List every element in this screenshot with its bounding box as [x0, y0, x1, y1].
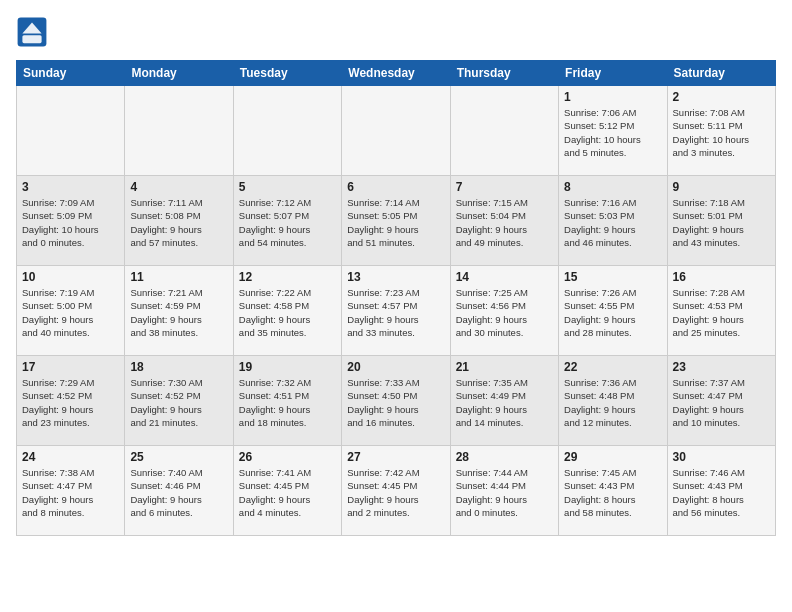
calendar-cell [342, 86, 450, 176]
logo-icon [16, 16, 48, 48]
day-number: 8 [564, 180, 661, 194]
calendar-cell: 25Sunrise: 7:40 AM Sunset: 4:46 PM Dayli… [125, 446, 233, 536]
calendar-cell: 10Sunrise: 7:19 AM Sunset: 5:00 PM Dayli… [17, 266, 125, 356]
calendar-cell: 3Sunrise: 7:09 AM Sunset: 5:09 PM Daylig… [17, 176, 125, 266]
cell-content: Sunrise: 7:15 AM Sunset: 5:04 PM Dayligh… [456, 196, 553, 249]
cell-content: Sunrise: 7:33 AM Sunset: 4:50 PM Dayligh… [347, 376, 444, 429]
cell-content: Sunrise: 7:46 AM Sunset: 4:43 PM Dayligh… [673, 466, 770, 519]
day-number: 7 [456, 180, 553, 194]
cell-content: Sunrise: 7:23 AM Sunset: 4:57 PM Dayligh… [347, 286, 444, 339]
calendar-cell: 24Sunrise: 7:38 AM Sunset: 4:47 PM Dayli… [17, 446, 125, 536]
day-number: 17 [22, 360, 119, 374]
cell-content: Sunrise: 7:12 AM Sunset: 5:07 PM Dayligh… [239, 196, 336, 249]
cell-content: Sunrise: 7:11 AM Sunset: 5:08 PM Dayligh… [130, 196, 227, 249]
day-number: 16 [673, 270, 770, 284]
calendar-cell: 27Sunrise: 7:42 AM Sunset: 4:45 PM Dayli… [342, 446, 450, 536]
day-number: 28 [456, 450, 553, 464]
day-number: 25 [130, 450, 227, 464]
cell-content: Sunrise: 7:36 AM Sunset: 4:48 PM Dayligh… [564, 376, 661, 429]
day-number: 3 [22, 180, 119, 194]
calendar-cell: 16Sunrise: 7:28 AM Sunset: 4:53 PM Dayli… [667, 266, 775, 356]
weekday-header: Thursday [450, 61, 558, 86]
day-number: 6 [347, 180, 444, 194]
day-number: 9 [673, 180, 770, 194]
cell-content: Sunrise: 7:40 AM Sunset: 4:46 PM Dayligh… [130, 466, 227, 519]
day-number: 4 [130, 180, 227, 194]
cell-content: Sunrise: 7:44 AM Sunset: 4:44 PM Dayligh… [456, 466, 553, 519]
calendar-cell: 14Sunrise: 7:25 AM Sunset: 4:56 PM Dayli… [450, 266, 558, 356]
calendar-cell: 15Sunrise: 7:26 AM Sunset: 4:55 PM Dayli… [559, 266, 667, 356]
calendar-cell: 17Sunrise: 7:29 AM Sunset: 4:52 PM Dayli… [17, 356, 125, 446]
weekday-header: Wednesday [342, 61, 450, 86]
weekday-header: Friday [559, 61, 667, 86]
day-number: 19 [239, 360, 336, 374]
calendar-cell: 22Sunrise: 7:36 AM Sunset: 4:48 PM Dayli… [559, 356, 667, 446]
cell-content: Sunrise: 7:25 AM Sunset: 4:56 PM Dayligh… [456, 286, 553, 339]
day-number: 13 [347, 270, 444, 284]
calendar-cell: 30Sunrise: 7:46 AM Sunset: 4:43 PM Dayli… [667, 446, 775, 536]
day-number: 24 [22, 450, 119, 464]
calendar-cell: 26Sunrise: 7:41 AM Sunset: 4:45 PM Dayli… [233, 446, 341, 536]
cell-content: Sunrise: 7:19 AM Sunset: 5:00 PM Dayligh… [22, 286, 119, 339]
cell-content: Sunrise: 7:16 AM Sunset: 5:03 PM Dayligh… [564, 196, 661, 249]
cell-content: Sunrise: 7:14 AM Sunset: 5:05 PM Dayligh… [347, 196, 444, 249]
calendar-table: SundayMondayTuesdayWednesdayThursdayFrid… [16, 60, 776, 536]
cell-content: Sunrise: 7:22 AM Sunset: 4:58 PM Dayligh… [239, 286, 336, 339]
weekday-header: Tuesday [233, 61, 341, 86]
cell-content: Sunrise: 7:06 AM Sunset: 5:12 PM Dayligh… [564, 106, 661, 159]
cell-content: Sunrise: 7:26 AM Sunset: 4:55 PM Dayligh… [564, 286, 661, 339]
day-number: 10 [22, 270, 119, 284]
calendar-cell: 21Sunrise: 7:35 AM Sunset: 4:49 PM Dayli… [450, 356, 558, 446]
day-number: 1 [564, 90, 661, 104]
calendar-cell: 8Sunrise: 7:16 AM Sunset: 5:03 PM Daylig… [559, 176, 667, 266]
day-number: 2 [673, 90, 770, 104]
calendar-cell: 13Sunrise: 7:23 AM Sunset: 4:57 PM Dayli… [342, 266, 450, 356]
calendar-cell: 4Sunrise: 7:11 AM Sunset: 5:08 PM Daylig… [125, 176, 233, 266]
cell-content: Sunrise: 7:30 AM Sunset: 4:52 PM Dayligh… [130, 376, 227, 429]
svg-rect-2 [22, 35, 41, 43]
day-number: 23 [673, 360, 770, 374]
page-header [16, 16, 776, 48]
day-number: 15 [564, 270, 661, 284]
day-number: 22 [564, 360, 661, 374]
cell-content: Sunrise: 7:42 AM Sunset: 4:45 PM Dayligh… [347, 466, 444, 519]
calendar-cell: 29Sunrise: 7:45 AM Sunset: 4:43 PM Dayli… [559, 446, 667, 536]
calendar-cell: 18Sunrise: 7:30 AM Sunset: 4:52 PM Dayli… [125, 356, 233, 446]
calendar-cell: 23Sunrise: 7:37 AM Sunset: 4:47 PM Dayli… [667, 356, 775, 446]
calendar-cell [17, 86, 125, 176]
day-number: 18 [130, 360, 227, 374]
calendar-cell: 1Sunrise: 7:06 AM Sunset: 5:12 PM Daylig… [559, 86, 667, 176]
cell-content: Sunrise: 7:28 AM Sunset: 4:53 PM Dayligh… [673, 286, 770, 339]
weekday-header: Sunday [17, 61, 125, 86]
cell-content: Sunrise: 7:35 AM Sunset: 4:49 PM Dayligh… [456, 376, 553, 429]
logo [16, 16, 52, 48]
calendar-cell: 5Sunrise: 7:12 AM Sunset: 5:07 PM Daylig… [233, 176, 341, 266]
weekday-header: Saturday [667, 61, 775, 86]
day-number: 21 [456, 360, 553, 374]
cell-content: Sunrise: 7:41 AM Sunset: 4:45 PM Dayligh… [239, 466, 336, 519]
calendar-cell: 19Sunrise: 7:32 AM Sunset: 4:51 PM Dayli… [233, 356, 341, 446]
calendar-cell: 6Sunrise: 7:14 AM Sunset: 5:05 PM Daylig… [342, 176, 450, 266]
calendar-cell: 28Sunrise: 7:44 AM Sunset: 4:44 PM Dayli… [450, 446, 558, 536]
cell-content: Sunrise: 7:37 AM Sunset: 4:47 PM Dayligh… [673, 376, 770, 429]
day-number: 20 [347, 360, 444, 374]
day-number: 26 [239, 450, 336, 464]
day-number: 29 [564, 450, 661, 464]
cell-content: Sunrise: 7:21 AM Sunset: 4:59 PM Dayligh… [130, 286, 227, 339]
day-number: 11 [130, 270, 227, 284]
weekday-header: Monday [125, 61, 233, 86]
cell-content: Sunrise: 7:18 AM Sunset: 5:01 PM Dayligh… [673, 196, 770, 249]
cell-content: Sunrise: 7:08 AM Sunset: 5:11 PM Dayligh… [673, 106, 770, 159]
cell-content: Sunrise: 7:38 AM Sunset: 4:47 PM Dayligh… [22, 466, 119, 519]
cell-content: Sunrise: 7:09 AM Sunset: 5:09 PM Dayligh… [22, 196, 119, 249]
calendar-cell: 7Sunrise: 7:15 AM Sunset: 5:04 PM Daylig… [450, 176, 558, 266]
calendar-cell [233, 86, 341, 176]
day-number: 12 [239, 270, 336, 284]
day-number: 5 [239, 180, 336, 194]
calendar-cell [450, 86, 558, 176]
cell-content: Sunrise: 7:29 AM Sunset: 4:52 PM Dayligh… [22, 376, 119, 429]
cell-content: Sunrise: 7:45 AM Sunset: 4:43 PM Dayligh… [564, 466, 661, 519]
day-number: 30 [673, 450, 770, 464]
calendar-cell: 9Sunrise: 7:18 AM Sunset: 5:01 PM Daylig… [667, 176, 775, 266]
calendar-cell: 11Sunrise: 7:21 AM Sunset: 4:59 PM Dayli… [125, 266, 233, 356]
